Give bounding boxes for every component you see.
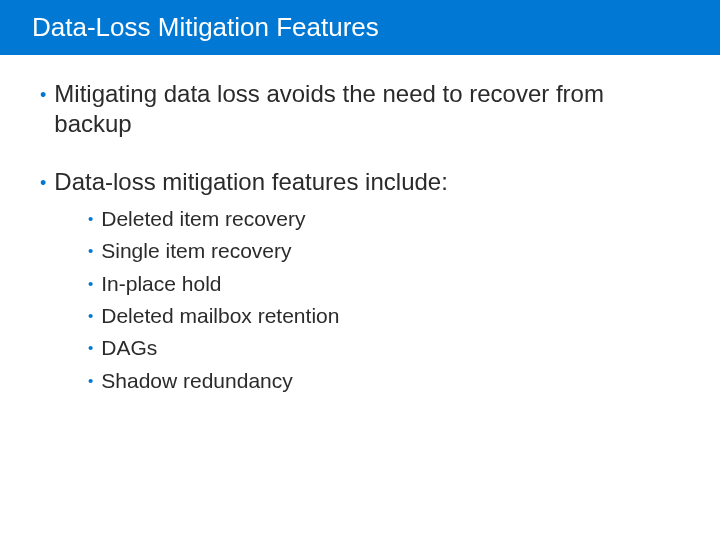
sub-bullet-text: DAGs	[101, 334, 680, 362]
bullet-text: Mitigating data loss avoids the need to …	[54, 79, 680, 139]
sub-bullet-text: In-place hold	[101, 270, 680, 298]
bullet-item: • Data-loss mitigation features include:	[40, 167, 680, 197]
slide-content: • Mitigating data loss avoids the need t…	[0, 55, 720, 423]
bullet-text: Data-loss mitigation features include:	[54, 167, 680, 197]
sub-bullet-text: Deleted mailbox retention	[101, 302, 680, 330]
bullet-dot-icon: •	[88, 242, 93, 259]
bullet-dot-icon: •	[40, 173, 46, 194]
sub-bullet-text: Deleted item recovery	[101, 205, 680, 233]
sub-bullet-item: • Shadow redundancy	[88, 367, 680, 395]
sub-bullet-item: • DAGs	[88, 334, 680, 362]
slide-header: Data-Loss Mitigation Features	[0, 0, 720, 55]
bullet-dot-icon: •	[88, 339, 93, 356]
bullet-dot-icon: •	[88, 372, 93, 389]
sub-bullet-text: Shadow redundancy	[101, 367, 680, 395]
bullet-dot-icon: •	[40, 85, 46, 106]
sub-bullet-text: Single item recovery	[101, 237, 680, 265]
sub-bullet-list: • Deleted item recovery • Single item re…	[88, 205, 680, 395]
bullet-dot-icon: •	[88, 307, 93, 324]
sub-bullet-item: • Deleted item recovery	[88, 205, 680, 233]
sub-bullet-item: • Deleted mailbox retention	[88, 302, 680, 330]
sub-bullet-item: • In-place hold	[88, 270, 680, 298]
bullet-item: • Mitigating data loss avoids the need t…	[40, 79, 680, 139]
bullet-dot-icon: •	[88, 275, 93, 292]
sub-bullet-item: • Single item recovery	[88, 237, 680, 265]
slide-title: Data-Loss Mitigation Features	[32, 12, 379, 42]
bullet-dot-icon: •	[88, 210, 93, 227]
